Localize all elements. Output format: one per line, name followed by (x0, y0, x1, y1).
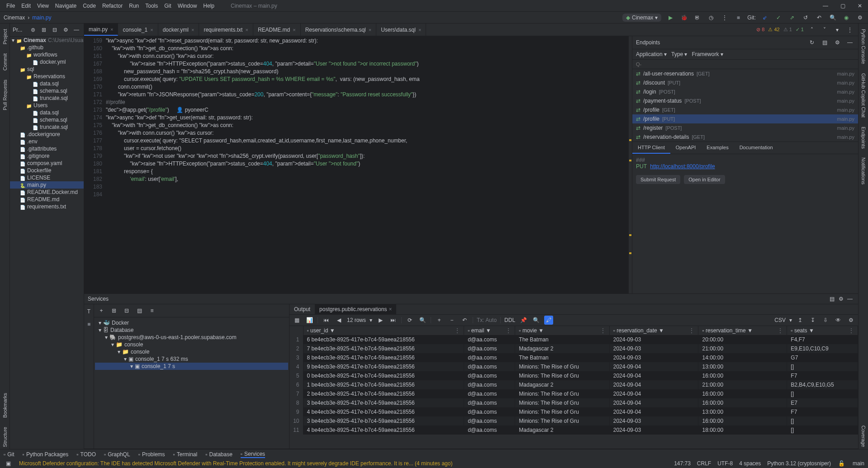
tree-node[interactable]: .env (10, 138, 84, 145)
svc-expand-icon[interactable]: ⊞ (109, 306, 119, 315)
table-cell[interactable]: d@aa.coms (464, 353, 515, 362)
table-cell[interactable]: [] (787, 389, 858, 398)
toolwindow-bookmarks[interactable]: Bookmarks (2, 391, 8, 420)
tab-more-icon[interactable]: ⋮ (845, 25, 854, 34)
table-cell[interactable]: d@aa.coms (464, 407, 515, 416)
endpoints-filter-type[interactable]: Type ▾ (671, 51, 687, 57)
table-cell[interactable]: 16:00:00 (698, 371, 787, 380)
python-interpreter[interactable]: Python 3.12 (cryptosniper) (767, 460, 831, 467)
table-cell[interactable]: [] (787, 362, 858, 371)
view-query-icon[interactable]: 👁 (834, 316, 843, 325)
tree-node[interactable]: README.md (10, 196, 84, 203)
tree-node[interactable]: main.py (10, 181, 84, 189)
table-row[interactable]: 61 be4ecb3e-8925-417e-b7c4-59aeea218556d… (289, 380, 858, 389)
hide-panel-icon[interactable]: — (72, 25, 81, 34)
service-node[interactable]: ▾▣console_1 7 s (95, 363, 288, 370)
table-cell[interactable]: [] (787, 416, 858, 425)
menu-refactor[interactable]: Refactor (100, 2, 125, 10)
bottom-toolwindow-problems[interactable]: ▫Problems (138, 451, 165, 458)
table-row[interactable]: 38 be4ecb3e-8925-417e-b7c4-59aeea218556d… (289, 353, 858, 362)
tree-node[interactable]: README.Docker.md (10, 189, 84, 196)
close-tab-icon[interactable]: × (191, 27, 194, 33)
export-format[interactable]: CSV (774, 317, 786, 323)
editor-tab[interactable]: Users\data.sql× (376, 24, 426, 36)
table-row[interactable]: 94 be4ecb3e-8925-417e-b7c4-59aeea218556d… (289, 407, 858, 416)
menu-help[interactable]: Help (200, 2, 217, 10)
column-header[interactable]: ▫ user_id ▼ ⋮ (303, 326, 464, 335)
table-cell[interactable]: B2,B4,C9,E10,G5 (787, 380, 858, 389)
services-tree[interactable]: ▾🐳Docker▾🗄Database▾🐘postgres@aws-0-us-ea… (94, 317, 289, 449)
toolwindow-commit[interactable]: Commit (2, 52, 8, 72)
table-cell[interactable]: Madagascar 2 (515, 425, 609, 435)
menu-window[interactable]: Window (175, 2, 200, 10)
next-page-icon[interactable]: ▶ (376, 316, 385, 325)
table-cell[interactable]: The Batman (515, 353, 609, 362)
select-opened-file-icon[interactable]: ⊚ (28, 25, 38, 34)
menu-run[interactable]: Run (126, 2, 142, 10)
service-node[interactable]: ▾📁console (95, 348, 288, 355)
table-cell[interactable]: 16:00:00 (698, 416, 787, 425)
table-cell[interactable]: 6 be4ecb3e-8925-417e-b7c4-59aeea218556 (303, 335, 464, 344)
ddl-button[interactable]: DDL (504, 317, 515, 323)
maximize-icon[interactable]: ▢ (838, 1, 847, 10)
http-url[interactable]: http://localhost:8000/profile (650, 163, 715, 170)
table-cell[interactable]: d@aa.coms (464, 344, 515, 353)
column-header[interactable]: ▫ email ▼ ⋮ (464, 326, 515, 335)
table-cell[interactable]: 2024-09-03 (609, 425, 698, 435)
vcs-commit-icon[interactable]: ✓ (774, 13, 783, 22)
vcs-history-icon[interactable]: ↺ (801, 13, 810, 22)
table-cell[interactable]: 2024-09-03 (609, 416, 698, 425)
close-tab-icon[interactable]: × (110, 27, 113, 32)
table-cell[interactable]: 21:00:00 (698, 380, 787, 389)
table-cell[interactable]: Minions: The Rise of Gru (515, 371, 609, 380)
svc-group-icon[interactable]: ▤ (135, 306, 144, 315)
editor-tab[interactable]: console_1× (118, 24, 158, 36)
endpoints-search[interactable] (632, 60, 858, 69)
table-cell[interactable]: 8 be4ecb3e-8925-417e-b7c4-59aeea218556 (303, 353, 464, 362)
table-cell[interactable]: 4 be4ecb3e-8925-417e-b7c4-59aeea218556 (303, 425, 464, 435)
endpoints-filter-application[interactable]: Application ▾ (636, 51, 667, 57)
find-icon[interactable]: 🔍 (418, 316, 427, 325)
tree-node[interactable]: Users (10, 102, 84, 109)
bottom-toolwindow-python-packages[interactable]: ▫Python Packages (23, 451, 69, 458)
close-tab-icon[interactable]: × (389, 306, 392, 312)
export-down-icon[interactable]: ↧ (808, 316, 817, 325)
typo-badge[interactable]: ✓ 1 (796, 27, 804, 33)
run-config-selector[interactable]: ◆ Cinemax ▾ (622, 14, 661, 22)
tree-node[interactable]: truncate.sql (10, 95, 84, 102)
services-stop-icon[interactable]: ■ (85, 320, 94, 329)
menu-navigate[interactable]: Navigate (52, 2, 79, 10)
table-cell[interactable]: 2024-09-03 (609, 344, 698, 353)
remove-row-icon[interactable]: − (447, 316, 456, 325)
editor-tab[interactable]: requirements.txt× (199, 24, 253, 36)
table-cell[interactable]: 2024-09-04 (609, 380, 698, 389)
column-header[interactable]: ▫ movie ▼ ⋮ (515, 326, 609, 335)
tree-node[interactable]: schema.sql (10, 87, 84, 95)
file-encoding[interactable]: UTF-8 (717, 460, 733, 467)
table-cell[interactable]: 13:00:00 (698, 407, 787, 416)
open-in-editor-button[interactable]: Open in Editor (684, 175, 725, 184)
bottom-toolwindow-terminal[interactable]: ▫Terminal (173, 451, 198, 458)
table-cell[interactable]: 21:00:00 (698, 344, 787, 353)
endpoints-refresh-icon[interactable]: ↻ (807, 38, 816, 47)
search-icon[interactable]: 🔍 (531, 316, 541, 325)
table-cell[interactable]: 7 be4ecb3e-8925-417e-b7c4-59aeea218556 (303, 344, 464, 353)
reader-down-icon[interactable]: ˅ (820, 25, 829, 34)
table-cell[interactable]: 3 be4ecb3e-8925-417e-b7c4-59aeea218556 (303, 398, 464, 407)
table-cell[interactable]: 14:00:00 (698, 353, 787, 362)
endpoint-item[interactable]: ⇄/all-user-reservations [GET]main.py (632, 69, 858, 78)
git-branch[interactable]: main (853, 460, 864, 467)
code-area[interactable]: "kw">async "kw">def "fn">reset_password(… (106, 36, 628, 293)
toolwindow-pull-requests[interactable]: Pull Requests (2, 78, 8, 112)
services-settings-icon[interactable]: ⚙ (836, 294, 845, 303)
table-cell[interactable]: 9 be4ecb3e-8925-417e-b7c4-59aeea218556 (303, 362, 464, 371)
endpoint-tab-http-client[interactable]: HTTP Client (632, 142, 670, 154)
table-cell[interactable]: 2024-09-04 (609, 371, 698, 380)
table-row[interactable]: 50 be4ecb3e-8925-417e-b7c4-59aeea218556d… (289, 371, 858, 380)
line-separator[interactable]: CRLF (697, 460, 711, 467)
table-view-icon[interactable]: ▦ (292, 316, 301, 325)
indent-settings[interactable]: 4 spaces (739, 460, 761, 467)
toolwindow-notifications[interactable]: Notifications (861, 156, 866, 186)
service-node[interactable]: ▾📁console (95, 341, 288, 348)
services-layout-icon[interactable]: ▤ (827, 294, 836, 303)
